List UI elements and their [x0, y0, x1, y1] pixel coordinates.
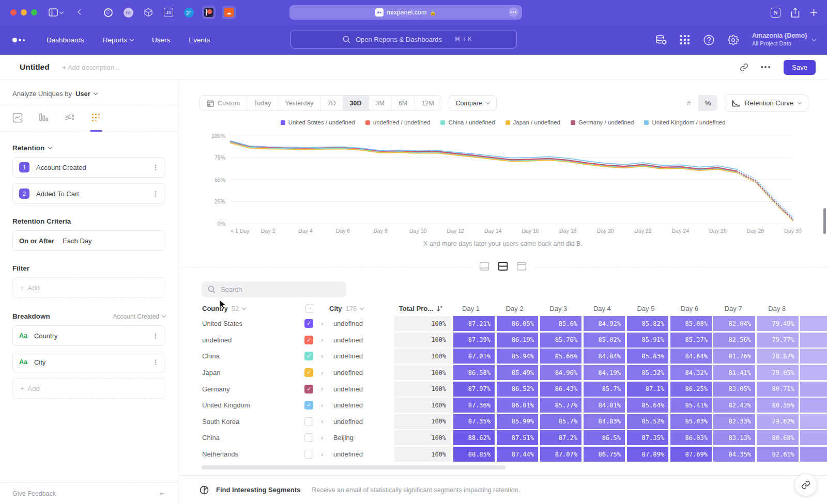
nav-link-dashboards[interactable]: Dashboards — [47, 36, 84, 44]
series-checkbox-checked[interactable]: ✓ — [304, 352, 313, 360]
retention-value-cell[interactable]: 79.77% — [757, 333, 798, 348]
retention-value-cell[interactable]: 85.52% — [627, 414, 668, 429]
tab-insights[interactable] — [12, 113, 23, 131]
retention-value-cell[interactable]: 82.04% — [713, 316, 755, 331]
bird-favicon[interactable]: 🕊 — [182, 6, 195, 19]
retention-value-cell[interactable]: 87.69% — [670, 447, 712, 462]
retention-value-cell[interactable]: 85.99% — [497, 414, 538, 429]
table-row[interactable]: United States ✓ › undefined 100%87.21%86… — [179, 316, 827, 332]
day-column-header[interactable]: Day 6 — [669, 301, 711, 316]
country-column-header[interactable]: Country 52 — [202, 305, 305, 312]
retention-value-cell[interactable]: 86.43% — [540, 382, 581, 397]
vertical-scrollbar[interactable] — [823, 208, 826, 234]
kebab-menu-icon[interactable]: ••• — [152, 359, 159, 365]
retention-value-cell[interactable]: 84.32% — [670, 365, 712, 380]
sidebar-toggle-button[interactable] — [49, 8, 63, 17]
copy-link-icon[interactable] — [740, 63, 748, 72]
criteria-card[interactable]: On or After Each Day — [12, 230, 165, 251]
retention-value-cell[interactable]: 86.52% — [497, 382, 538, 397]
table-row[interactable]: China › Beijing 100%88.62%87.51%87.2%86.… — [179, 430, 827, 446]
table-row[interactable]: China ✓ › undefined 100%87.01%85.94%85.6… — [179, 348, 827, 365]
share-icon[interactable] — [791, 8, 800, 18]
range-button-7d[interactable]: 7D — [320, 96, 343, 111]
back-button[interactable] — [79, 11, 83, 14]
retention-value-cell[interactable]: 84.81% — [584, 398, 625, 413]
retention-value-cell[interactable]: 84.19% — [584, 365, 625, 380]
kebab-menu-icon[interactable]: ••• — [152, 164, 159, 170]
share-link-floating-button[interactable] — [795, 474, 817, 496]
retention-value-cell[interactable]: 81.76% — [713, 349, 755, 364]
day-column-header[interactable]: Day 2 — [494, 301, 535, 316]
mixpanel-logo[interactable] — [12, 38, 25, 42]
nav-link-users[interactable]: Users — [152, 36, 170, 44]
tab-retention[interactable] — [91, 113, 101, 131]
table-row[interactable]: United Kingdom ✓ › undefined 100%87.36%8… — [179, 397, 827, 414]
series-checkbox-checked[interactable]: ✓ — [304, 336, 313, 344]
chart-type-dropdown[interactable]: Retention Curve — [725, 94, 808, 112]
js-favicon[interactable]: JS — [162, 6, 175, 19]
collapse-sidebar-button[interactable]: ⇤ — [160, 490, 165, 497]
retention-value-cell[interactable]: 80.35% — [757, 398, 798, 413]
nav-link-events[interactable]: Events — [189, 36, 210, 44]
segments-title[interactable]: Find Interesting Segments — [216, 486, 300, 494]
expand-row-chevron[interactable]: › — [321, 451, 333, 458]
retention-value-cell[interactable]: 84.92% — [584, 316, 625, 331]
series-checkbox-unchecked[interactable] — [304, 417, 313, 426]
retention-value-cell[interactable]: 87.01% — [453, 349, 495, 364]
patreon-favicon[interactable] — [202, 6, 216, 19]
retention-value-cell[interactable]: 85.77% — [540, 398, 581, 413]
retention-value-cell[interactable]: 79.49% — [757, 316, 798, 331]
expand-row-chevron[interactable]: › — [321, 336, 333, 343]
legend-item[interactable]: United Kingdom / undefined — [644, 119, 725, 125]
address-more-button[interactable]: ••• — [509, 7, 518, 17]
breakdown-scope-dropdown[interactable]: Account Created — [113, 313, 165, 320]
retention-value-cell[interactable]: 84.96% — [540, 365, 581, 380]
retention-value-cell[interactable]: 85.02% — [584, 333, 625, 348]
cube-favicon[interactable] — [142, 6, 155, 19]
retention-value-cell[interactable]: 85.7% — [584, 382, 625, 397]
nav-link-reports[interactable]: Reports — [103, 36, 133, 44]
help-icon[interactable] — [703, 35, 714, 45]
expand-row-chevron[interactable]: › — [321, 434, 333, 442]
analyze-value-dropdown[interactable]: User — [75, 90, 90, 98]
series-checkbox-checked[interactable]: ✓ — [304, 319, 313, 328]
kebab-menu-icon[interactable]: ••• — [152, 191, 159, 197]
series-checkbox-checked[interactable]: ✓ — [304, 368, 313, 377]
expand-row-chevron[interactable]: › — [321, 320, 333, 327]
total-column-header[interactable]: Total Pro... — [391, 301, 448, 316]
layout-split-button[interactable] — [496, 260, 510, 273]
retention-value-cell[interactable]: 86.5% — [584, 430, 625, 445]
legend-item[interactable]: undefined / undefined — [365, 119, 431, 125]
legend-item[interactable]: United States / undefined — [281, 119, 355, 125]
table-row[interactable]: Germany ✓ › undefined 100%87.97%86.52%86… — [179, 381, 827, 397]
range-button-12m[interactable]: 12M — [414, 96, 440, 111]
retention-value-cell[interactable]: 85.64% — [627, 398, 668, 413]
table-search-input[interactable]: Search — [202, 281, 346, 297]
retention-value-cell[interactable]: 87.51% — [497, 430, 538, 445]
retention-value-cell[interactable]: 87.89% — [627, 447, 668, 462]
range-button-today[interactable]: Today — [247, 96, 278, 111]
add-breakdown-button[interactable]: + Add — [12, 378, 165, 399]
range-button-yesterday[interactable]: Yesterday — [278, 96, 320, 111]
legend-item[interactable]: Germany / undefined — [571, 119, 634, 125]
retention-value-cell[interactable]: 85.94% — [497, 349, 538, 364]
breakdown-card-country[interactable]: Aa Country ••• — [12, 325, 165, 346]
expand-row-chevron[interactable]: › — [321, 369, 333, 376]
day-column-header[interactable]: Day 1 — [450, 301, 492, 316]
expand-row-chevron[interactable]: › — [321, 353, 333, 360]
retention-value-cell[interactable]: 84.64% — [670, 349, 712, 364]
day-column-header[interactable]: Day 5 — [625, 301, 667, 316]
retention-value-cell[interactable]: 82.56% — [713, 333, 755, 348]
series-checkbox-unchecked[interactable] — [304, 450, 313, 459]
retention-value-cell[interactable]: 86.19% — [497, 333, 538, 348]
retention-value-cell[interactable]: 85.37% — [670, 333, 712, 348]
target-favicon[interactable]: ⏀ — [101, 6, 115, 19]
retention-value-cell[interactable]: 85.82% — [627, 316, 668, 331]
retention-value-cell[interactable]: 88.85% — [453, 447, 495, 462]
table-row[interactable]: South Korea › undefined 100%87.35%85.99%… — [179, 414, 827, 430]
retention-value-cell[interactable]: 86.58% — [453, 365, 495, 380]
series-checkbox-checked[interactable]: ✓ — [304, 401, 313, 410]
range-button-6m[interactable]: 6M — [391, 96, 414, 111]
retention-value-cell[interactable]: 87.39% — [453, 333, 495, 348]
project-switcher[interactable]: Amazonia {Demo} All Project Data — [752, 32, 816, 47]
